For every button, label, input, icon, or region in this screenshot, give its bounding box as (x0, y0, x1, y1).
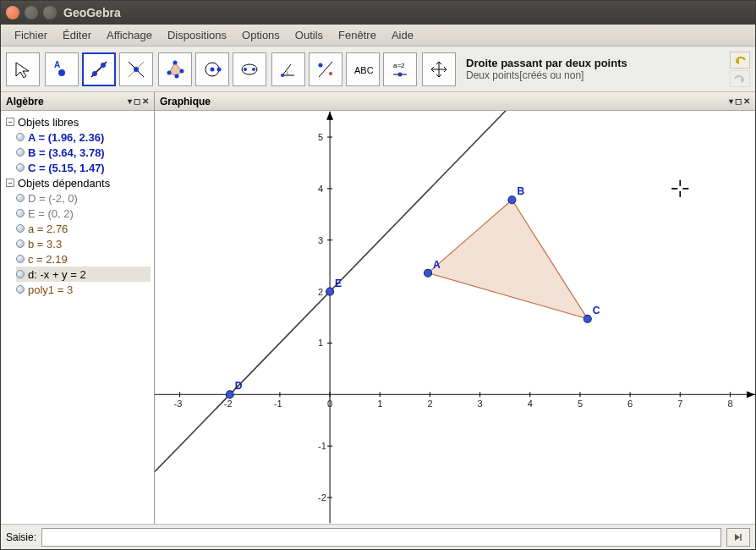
object-visibility-icon[interactable] (16, 285, 25, 294)
tree-group[interactable]: −Objets dépendants (6, 175, 151, 190)
svg-point-10 (180, 69, 184, 73)
object-label: E = (0, 2) (28, 207, 74, 220)
tool-polygon[interactable] (158, 52, 192, 86)
y-axis-arrow-icon (326, 112, 333, 120)
point-label-A: A (433, 259, 441, 271)
input-submit-button[interactable] (726, 528, 750, 547)
maximize-icon[interactable] (43, 6, 57, 19)
tree-leaf[interactable]: D = (-2, 0) (16, 190, 151, 206)
tool-point[interactable]: A (45, 52, 79, 86)
x-tick-label: -2 (224, 399, 233, 409)
point-label-E: E (335, 278, 342, 289)
y-tick-label: -1 (318, 441, 326, 451)
panel-close-icon[interactable]: ✕ (142, 96, 149, 106)
tree-leaf[interactable]: C = (5.15, 1.47) (16, 160, 151, 175)
svg-point-21 (319, 63, 323, 67)
tree-leaf[interactable]: poly1 = 3 (16, 282, 151, 297)
point-label-C: C (593, 305, 600, 316)
svg-text:A: A (54, 60, 60, 69)
tool-perpendicular[interactable] (119, 52, 153, 86)
graph-panel: Graphique ▾ ◻ ✕ -3-2-1012345678-2-112345… (155, 92, 755, 524)
tool-pan[interactable] (422, 52, 456, 86)
tool-desc-sub: Deux points[créés ou non] (466, 69, 627, 81)
tool-text[interactable]: ABC (346, 52, 380, 86)
object-visibility-icon[interactable] (16, 163, 25, 172)
command-input[interactable] (41, 528, 721, 547)
x-tick-label: 8 (727, 399, 732, 409)
panel-detach-icon[interactable]: ◻ (735, 96, 742, 106)
object-visibility-icon[interactable] (16, 209, 25, 217)
crosshair-cursor-icon (671, 180, 688, 197)
panel-close-icon[interactable]: ✕ (743, 96, 750, 106)
object-label: a = 2.76 (28, 223, 68, 235)
menu-window[interactable]: Fenêtre (331, 26, 383, 44)
tree-leaf[interactable]: A = (1.96, 2.36) (16, 129, 151, 145)
collapse-icon[interactable]: − (6, 118, 14, 126)
svg-point-11 (175, 74, 179, 78)
point-A[interactable] (425, 269, 432, 277)
object-visibility-icon[interactable] (16, 270, 25, 278)
object-label: A = (1.96, 2.36) (28, 131, 104, 144)
graph-canvas[interactable]: -3-2-1012345678-2-112345ABCDE (155, 111, 755, 524)
object-visibility-icon[interactable] (16, 239, 25, 248)
svg-point-7 (134, 67, 139, 72)
tool-reflect[interactable] (309, 52, 342, 86)
svg-point-14 (211, 67, 215, 71)
tree-leaf[interactable]: E = (0, 2) (16, 206, 151, 221)
minimize-icon[interactable] (25, 6, 38, 19)
x-tick-label: 4 (528, 399, 533, 409)
collapse-icon[interactable]: − (6, 179, 14, 187)
tool-line-two-points[interactable] (82, 52, 116, 86)
object-label: poly1 = 3 (28, 283, 73, 296)
window-controls (6, 6, 57, 19)
object-visibility-icon[interactable] (16, 194, 25, 202)
object-label: d: -x + y = 2 (28, 268, 86, 281)
svg-text:ABC: ABC (354, 65, 373, 75)
panel-detach-icon[interactable]: ◻ (134, 96, 140, 106)
undo-button[interactable] (730, 52, 750, 69)
workspace: Algèbre ▾ ◻ ✕ −Objets libresA = (1.96, 2… (1, 92, 755, 524)
y-tick-label: 2 (318, 287, 323, 297)
close-icon[interactable] (6, 6, 19, 19)
graph-title: Graphique (160, 96, 211, 107)
object-visibility-icon[interactable] (16, 255, 25, 263)
menu-view[interactable]: Affichage (100, 26, 159, 44)
tree-leaf[interactable]: a = 2.76 (16, 221, 151, 236)
group-label: Objets dépendants (18, 177, 110, 190)
tool-angle[interactable] (271, 52, 305, 86)
object-label: D = (-2, 0) (28, 192, 78, 205)
menu-layouts[interactable]: Dispositions (161, 26, 233, 44)
object-visibility-icon[interactable] (16, 224, 25, 233)
tool-ellipse[interactable] (233, 52, 266, 86)
point-D[interactable] (226, 391, 233, 399)
tool-move[interactable] (6, 52, 40, 86)
point-C[interactable] (583, 315, 591, 322)
redo-button[interactable] (730, 70, 750, 87)
menu-edit[interactable]: Éditer (56, 26, 98, 44)
panel-menu-icon[interactable]: ▾ (729, 96, 733, 106)
tool-circle-center[interactable] (195, 52, 229, 86)
polygon-abc[interactable] (428, 200, 588, 319)
menu-tools[interactable]: Outils (288, 26, 330, 44)
menu-file[interactable]: Fichier (8, 26, 54, 44)
tool-description: Droite passant par deux points Deux poin… (466, 57, 627, 81)
object-visibility-icon[interactable] (16, 133, 25, 141)
tool-desc-title: Droite passant par deux points (466, 57, 627, 69)
tool-slider[interactable]: a=2 (383, 52, 417, 86)
point-E[interactable] (326, 288, 334, 295)
menu-options[interactable]: Options (235, 26, 287, 44)
tree-group[interactable]: −Objets libres (6, 114, 151, 129)
svg-point-4 (101, 63, 106, 68)
tree-leaf[interactable]: b = 3.3 (16, 236, 151, 251)
algebra-tree[interactable]: −Objets libresA = (1.96, 2.36)B = (3.64,… (1, 111, 154, 524)
tree-leaf[interactable]: d: -x + y = 2 (16, 267, 151, 282)
menu-help[interactable]: Aide (385, 26, 420, 44)
svg-point-22 (329, 72, 332, 75)
point-B[interactable] (508, 196, 516, 204)
tree-leaf[interactable]: c = 2.19 (16, 251, 151, 267)
x-tick-label: 0 (327, 399, 332, 409)
panel-menu-icon[interactable]: ▾ (128, 96, 132, 106)
tree-leaf[interactable]: B = (3.64, 3.78) (16, 145, 151, 160)
algebra-panel: Algèbre ▾ ◻ ✕ −Objets libresA = (1.96, 2… (1, 92, 155, 524)
object-visibility-icon[interactable] (16, 148, 25, 157)
